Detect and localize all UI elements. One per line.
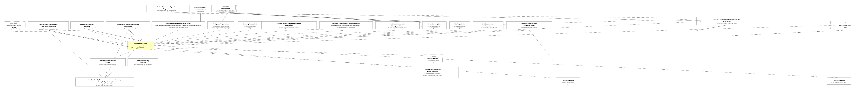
svg-text:.domain.key.ConfigurationKeyTr: .domain.key.ConfigurationKeyTra... <box>95 81 115 83</box>
svg-text:io.vavra.properties.spi.config: io.vavra.properties.spi.config.multi <box>78 27 96 29</box>
svg-text:«interface»: «interface» <box>10 23 17 24</box>
svg-text:io.vavra.properties.spi.config: io.vavra.properties.spi.config.key <box>96 83 114 85</box>
svg-text:JndiConfigurationProperty: JndiConfigurationProperty <box>99 60 116 61</box>
svg-text:«interface»: «interface» <box>430 56 437 57</box>
svg-text:PropertySink: PropertySink <box>221 8 230 9</box>
svg-text:PropertyProvider: PropertyProvider <box>134 43 147 44</box>
svg-text:JndiConfiguration: JndiConfiguration <box>482 23 494 25</box>
svg-text:AbstractCacheConfiguration: AbstractCacheConfiguration <box>39 23 58 25</box>
svg-text:io.vavra.properties.spi.config: io.vavra.properties.spi.config.fs <box>213 25 229 27</box>
svg-text:Factory: Factory <box>11 27 16 28</box>
svg-text:io.vavra.properties.spi: io.vavra.properties.spi <box>134 45 147 47</box>
svg-text:AbstractMemoryConfiguration: AbstractMemoryConfiguration <box>157 6 177 8</box>
svg-text:api.config.domain.Configuratio: api.config.domain.ConfigurationPropertie… <box>331 25 361 27</box>
svg-text:Management: Management <box>722 21 731 22</box>
svg-text:DataSourceConfiguration: DataSourceConfiguration <box>521 23 537 24</box>
svg-text:CloudPathLoaderT extends de.va: CloudPathLoaderT extends de.vavra.proper… <box>332 23 360 24</box>
svg-text:DataSourceConfiguration: DataSourceConfiguration <box>425 68 441 70</box>
svg-text:io.vavra.properties.spi.config: io.vavra.properties.spi.config.cloud <box>337 27 355 29</box>
svg-text:AbstractConfigurationPropertie: AbstractConfigurationPropertiesFactory <box>166 23 191 24</box>
svg-text:config.stream: config.stream <box>431 27 438 29</box>
svg-text:io.vavra.properties.spi: io.vavra.properties.spi <box>562 82 574 83</box>
svg-text:Management: Management <box>285 25 293 27</box>
svg-rect-0 <box>0 0 868 105</box>
svg-text:io.vavra.properties.spi.config: io.vavra.properties.spi.config.api <box>5 28 22 30</box>
svg-rect-149 <box>827 78 851 85</box>
svg-text:io.vavra.properties.spi.config: io.vavra.properties.spi.config.memory <box>157 10 177 11</box>
svg-text:Properties: Properties <box>163 8 170 10</box>
svg-text:Manager: Manager <box>84 25 90 27</box>
svg-text:io.vavra.properties.spi.config: io.vavra.properties.spi.config.external <box>279 27 299 29</box>
svg-text:ConfigurationKeyT extends de.v: ConfigurationKeyT extends de.vavra.prope… <box>89 79 121 81</box>
diagram-svg: «interface» ConfigurationProperties Fact… <box>0 0 868 105</box>
svg-text:WithDefaults: WithDefaults <box>124 25 132 27</box>
svg-text:io.vavra.properties.spi.config: io.vavra.properties.spi.config.support <box>211 27 230 29</box>
svg-text:AbstractExternalConfigurationP: AbstractExternalConfigurationProperties <box>277 23 302 24</box>
svg-text:io.vavra.properties.spi.config: io.vavra.properties.spi.config.cache <box>39 27 57 29</box>
svg-text:MutableProperties: MutableProperties <box>194 7 206 8</box>
svg-text:Provider: Provider <box>140 62 146 63</box>
svg-text:io.vavra.properties.spi.config: io.vavra.properties.spi.config.props <box>134 64 152 65</box>
svg-text:PropertiesProperty: PropertiesProperty <box>137 60 149 61</box>
svg-text:Admin: Admin <box>843 26 847 28</box>
svg-text:io.vavra.properties.spi.config: io.vavra.properties.spi.config.support <box>118 27 137 29</box>
svg-text:io.vavra.properties.spi.config: io.vavra.properties.spi.config <box>832 82 846 83</box>
diagram-container: «interface» ConfigurationProperties Fact… <box>0 0 868 105</box>
svg-text:io.vavra.properties.spi: io.vavra.properties.spi <box>244 25 256 27</box>
svg-text:AbstractExternalConfigurationP: AbstractExternalConfigurationProperties <box>713 18 740 20</box>
svg-text:PropertiesMetainfo: PropertiesMetainfo <box>833 80 845 81</box>
svg-text:PropertiesManagement: PropertiesManagement <box>41 25 56 27</box>
svg-text:io.vavra.properties.spi.config: io.vavra.properties.spi.config.external <box>717 23 737 24</box>
svg-text:io.vavra.properties.spi.config: io.vavra.properties.spi.config.jndi <box>479 27 497 29</box>
svg-text:config.support: config.support <box>197 11 204 12</box>
svg-text:PropertyProvider: PropertyProvider <box>524 24 534 26</box>
svg-text:io.vavra.properties.spi: io.vavra.properties.spi <box>454 25 465 27</box>
svg-text:config.list: config.list <box>247 27 252 29</box>
svg-text:io.vavra.properties.spi.config: io.vavra.properties.spi.config.support <box>39 29 58 30</box>
svg-text:JdbcPropertySink: JdbcPropertySink <box>454 23 466 25</box>
svg-text:ConfigurationProperties: ConfigurationProperties <box>390 23 405 25</box>
svg-text:PropertyProvider: PropertyProvider <box>427 71 438 72</box>
svg-text:Provider: Provider <box>105 62 111 63</box>
svg-text:config.meta: config.meta <box>565 83 571 85</box>
svg-text:io.vavra.properties.spi.config: io.vavra.properties.spi.config.ds <box>521 27 537 28</box>
svg-text:io.vavra.properties.spi: io.vavra.properties.spi <box>428 59 439 61</box>
svg-text:config.jdbc: config.jdbc <box>457 27 462 29</box>
svg-text:ConfigurationProperties: ConfigurationProperties <box>6 24 21 26</box>
svg-text:StreamPropertySink: StreamPropertySink <box>428 23 441 25</box>
svg-text:ConfigurationPropertiesManagem: ConfigurationPropertiesManagement <box>117 23 139 25</box>
svg-text:FileSystemPropertySink: FileSystemPropertySink <box>213 23 229 25</box>
svg-text:io.vavra.properties.spi.config: io.vavra.properties.spi.config.ami <box>96 85 113 86</box>
svg-text:ManagementProxy: ManagementProxy <box>392 25 404 27</box>
svg-text:io.vavra.properties.spi.config: io.vavra.properties.spi.config.support <box>169 27 188 29</box>
svg-text:MultiSourceProperties: MultiSourceProperties <box>80 23 94 25</box>
svg-text:io.vavra.properties.spi: io.vavra.properties.spi <box>429 25 440 27</box>
svg-text:PropertiesMetainfo: PropertiesMetainfo <box>562 80 574 81</box>
svg-text:T extends de.vavra.properties.: T extends de.vavra.properties.api.config… <box>154 25 202 27</box>
svg-text:PropertyProviderList: PropertyProviderList <box>243 23 257 25</box>
svg-text:«interface»: «interface» <box>842 22 848 23</box>
svg-text:«interface»: «interface» <box>222 6 229 7</box>
svg-text:Properties: Properties <box>485 25 491 27</box>
svg-text:io.vavra.properties.spi.config: io.vavra.properties.spi.config.jndi <box>99 64 116 65</box>
svg-text:io.vavra.properties.spi: io.vavra.properties.spi <box>194 9 206 11</box>
svg-text:io.vavra.properties.spi.config: io.vavra.properties.spi.config.proxy <box>389 27 407 29</box>
svg-text:io.vavra.properties.spi.config: io.vavra.properties.spi.config.support <box>216 11 235 13</box>
